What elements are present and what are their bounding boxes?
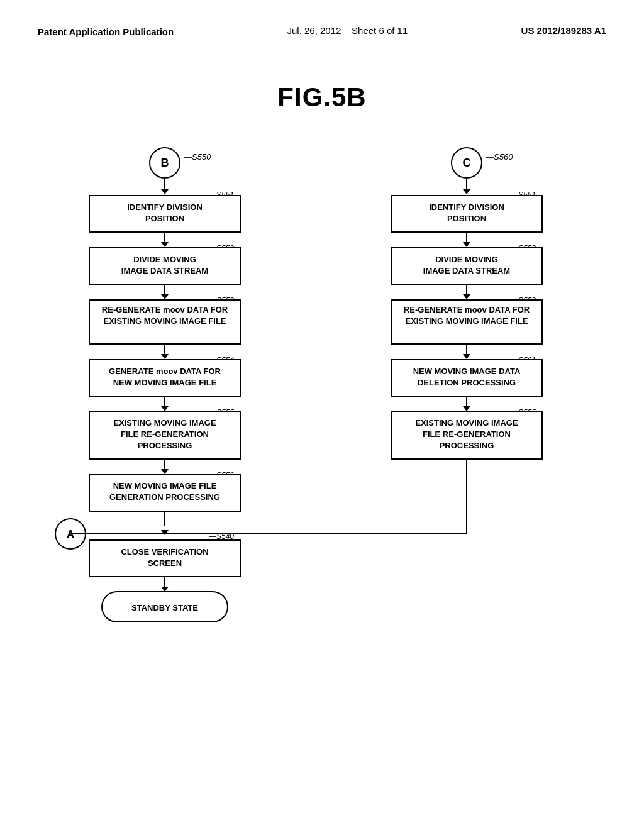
page: Patent Application Publication Jul. 26, …: [0, 0, 644, 830]
arrowhead-s553-s561-right: [463, 354, 470, 359]
terminator-standby-text: STANDBY STATE: [131, 603, 198, 612]
connector-b-label: B: [161, 157, 169, 169]
box-s552-left-text1: DIVIDE MOVING: [133, 255, 196, 264]
box-s553-right-text1: RE-GENERATE moov DATA FOR: [404, 305, 530, 314]
box-s555-right-text2: FILE RE-GENERATION: [423, 429, 511, 439]
box-s553-left-text1: RE-GENERATE moov DATA FOR: [102, 305, 228, 314]
box-s555-left-text3: PROCESSING: [138, 441, 192, 450]
s550-label: —S550: [183, 152, 211, 162]
box-s555-right-text1: EXISTING MOVING IMAGE: [415, 418, 518, 428]
arrowhead-c-s551r: [463, 189, 470, 194]
flowchart-svg: B —S550 —S551 IDENTIFY DIVISION POSITION…: [39, 138, 605, 653]
box-s553-left-text2: EXISTING MOVING IMAGE FILE: [103, 316, 226, 326]
box-s551-right-text2: POSITION: [447, 214, 486, 223]
arrowhead-s551-s552-left: [161, 242, 169, 247]
box-s552-left-text2: IMAGE DATA STREAM: [121, 266, 208, 275]
box-s551-left-text1: IDENTIFY DIVISION: [127, 202, 203, 212]
box-s555-left-text1: EXISTING MOVING IMAGE: [113, 418, 216, 428]
figure-title: FIG.5B: [0, 82, 644, 113]
arrowhead-s555-s556-left: [161, 469, 169, 474]
box-s555-right-text3: PROCESSING: [440, 441, 494, 450]
header-right: US 2012/189283 A1: [521, 25, 606, 36]
box-s555-left-text2: FILE RE-GENERATION: [121, 429, 209, 439]
arrowhead-b-s551: [161, 189, 169, 194]
header: Patent Application Publication Jul. 26, …: [0, 0, 644, 51]
arrowhead-s552-s553-right: [463, 294, 470, 299]
box-s552-right-text1: DIVIDE MOVING: [435, 255, 498, 264]
box-s554-left-text2: NEW MOVING IMAGE FILE: [113, 378, 217, 387]
arrowhead-s554-s555-left: [161, 406, 169, 411]
arrowhead-standby: [161, 587, 169, 592]
arrowhead-s552-s553-left: [161, 294, 169, 299]
patent-number: US 2012/189283 A1: [521, 25, 606, 36]
box-s551-right-text1: IDENTIFY DIVISION: [429, 202, 504, 212]
header-left: Patent Application Publication: [38, 25, 174, 38]
box-s552-right-text2: IMAGE DATA STREAM: [423, 266, 510, 275]
box-s556-left-text2: GENERATION PROCESSING: [109, 492, 220, 502]
diagram-container: B —S550 —S551 IDENTIFY DIVISION POSITION…: [39, 138, 605, 656]
sheet-label: Sheet 6 of 11: [352, 25, 408, 36]
publication-label: Patent Application Publication: [38, 26, 174, 37]
box-s556-left-text1: NEW MOVING IMAGE FILE: [113, 481, 217, 490]
box-s540-text2: SCREEN: [148, 558, 182, 568]
box-s561-right-text2: DELETION PROCESSING: [418, 378, 516, 387]
box-s540-text1: CLOSE VERIFICATION: [121, 547, 208, 556]
date-label: Jul. 26, 2012: [287, 25, 341, 36]
s560-label: —S560: [485, 152, 513, 162]
arrowhead-s553-s554-left: [161, 354, 169, 359]
connector-c-label: C: [463, 157, 471, 169]
box-s561-right-text1: NEW MOVING IMAGE DATA: [413, 367, 521, 376]
box-s551-left-text2: POSITION: [145, 214, 184, 223]
arrowhead-s551-s552-right: [463, 242, 470, 247]
box-s554-left-text1: GENERATE moov DATA FOR: [109, 367, 221, 376]
box-s553-right-text2: EXISTING MOVING IMAGE FILE: [405, 316, 528, 326]
header-center: Jul. 26, 2012 Sheet 6 of 11: [287, 25, 408, 36]
arrowhead-s561-s555-right: [463, 406, 470, 411]
